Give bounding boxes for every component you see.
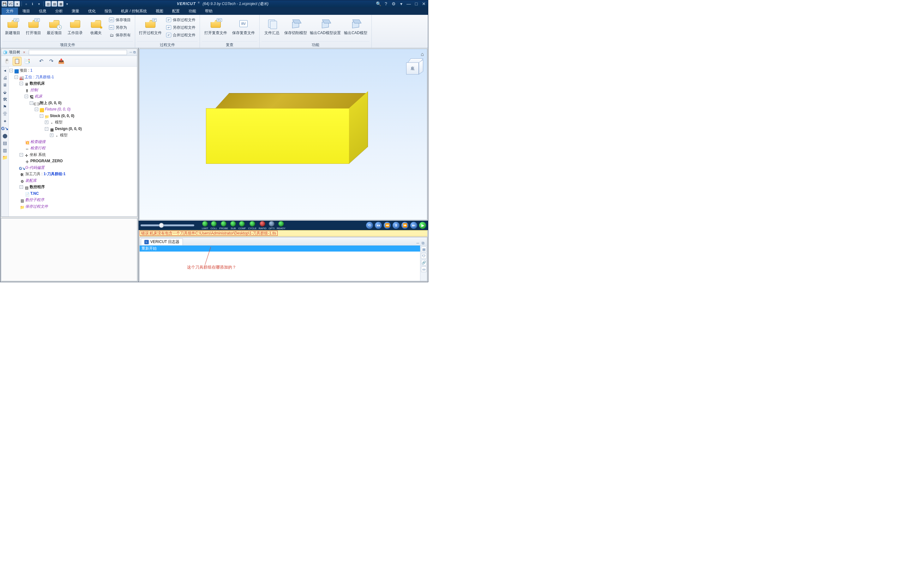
navcube-front[interactable]: 底 <box>406 63 419 75</box>
menu-function[interactable]: 功能 <box>184 8 201 15</box>
expander-icon[interactable]: + <box>50 133 54 137</box>
expander-icon[interactable]: − <box>40 114 43 118</box>
open-review-button[interactable]: 打开复查文件 <box>202 16 230 41</box>
vtb-globe-icon[interactable]: ⬤ <box>2 133 8 139</box>
favorites-button[interactable]: 收藏夹 <box>86 16 106 41</box>
log-page-icon[interactable]: ▭ <box>421 266 427 272</box>
minimize-button[interactable]: — <box>406 2 412 6</box>
menu-report[interactable]: 报告 <box>100 8 116 15</box>
log-link-icon[interactable]: 🔗 <box>421 260 427 266</box>
skip-start-button[interactable]: ⏮ <box>375 222 382 229</box>
step-fwd-button[interactable]: ⏩ <box>401 222 409 229</box>
qat-collar-icon[interactable]: ⟐ <box>23 1 29 7</box>
vtb-print-icon[interactable]: 🖨 <box>2 75 8 81</box>
vtb-nc-icon[interactable]: ▤ <box>2 140 8 146</box>
saveas-process-file-button[interactable]: IP另存过程文件 <box>164 24 198 31</box>
panel-minimize-icon[interactable]: ─ <box>130 50 132 54</box>
save-review-button[interactable]: RV保存复查文件 <box>230 16 257 41</box>
open-process-file-button[interactable]: 打开过程文件 <box>137 16 164 41</box>
save-process-file-button[interactable]: IP保存过程文件 <box>164 16 198 24</box>
tree-filter-input[interactable] <box>29 50 127 55</box>
vtb-tool-icon[interactable]: 🛠 <box>2 96 8 102</box>
expander-icon[interactable]: − <box>20 82 23 85</box>
add-button[interactable]: 📑 <box>23 57 32 66</box>
merge-process-file-button[interactable]: IP合并过程文件 <box>164 31 198 39</box>
step-back-button[interactable]: ⏪ <box>384 222 391 229</box>
led-cycle[interactable]: CYCLE <box>248 221 256 230</box>
search-icon[interactable]: 🔍 <box>375 2 381 6</box>
expander-icon[interactable]: − <box>20 185 23 189</box>
3d-view[interactable]: ⌂ 底 <box>139 49 427 220</box>
log-body[interactable]: 重新开始 这个刀具群组在哪添加的？ <box>139 246 427 281</box>
menu-project[interactable]: 项目 <box>18 8 34 15</box>
log-shield-icon[interactable]: 🛡 <box>421 253 427 259</box>
qat-info-icon[interactable]: ℹ <box>30 1 35 7</box>
log-tab[interactable]: L VERICUT 日志器 <box>141 238 183 245</box>
slider-knob[interactable] <box>159 223 164 228</box>
work-dir-button[interactable]: 工作目录 <box>65 16 86 41</box>
mouse-mode-button[interactable]: 🖱️ <box>3 57 11 66</box>
new-project-button[interactable]: 新建项目 <box>2 16 23 41</box>
menu-measure[interactable]: 测量 <box>67 8 84 15</box>
qat-save-icon[interactable]: 💾 <box>2 1 7 7</box>
vtb-flag-icon[interactable]: ⚑ <box>2 104 8 110</box>
expander-icon[interactable]: + <box>45 121 48 124</box>
play-button[interactable]: ▶ <box>419 222 426 229</box>
menu-config[interactable]: 配置 <box>168 8 184 15</box>
expander-icon[interactable]: − <box>45 127 48 131</box>
led-sub[interactable]: SUB <box>230 221 236 230</box>
menu-view[interactable]: 视图 <box>151 8 168 15</box>
file-summary-button[interactable]: 文件汇总 <box>262 16 282 41</box>
menu-optimize[interactable]: 优化 <box>84 8 100 15</box>
home-icon[interactable]: ⌂ <box>421 52 424 57</box>
vtb-chuck-icon[interactable]: ⬙ <box>2 89 8 95</box>
reset-button[interactable]: ⟲ <box>366 222 373 229</box>
undo-button[interactable]: ↶ <box>37 57 46 66</box>
qat-layout2-icon[interactable]: ▤ <box>52 1 57 7</box>
expander-icon[interactable]: − <box>15 75 18 79</box>
save-project-button[interactable]: VC保存项目 <box>106 16 133 24</box>
vtb-folder-icon[interactable]: 📁 <box>2 154 8 160</box>
vtb-g-icon[interactable]: G↘ <box>2 125 8 131</box>
export-button[interactable]: 📤 <box>57 57 66 66</box>
qat-vc-icon[interactable]: VC <box>8 1 14 7</box>
log-minimize-icon[interactable]: ─ <box>415 241 420 245</box>
save-as-button[interactable]: VC另存为 <box>106 24 133 31</box>
qat-dropdown3-icon[interactable]: ▾ <box>64 1 70 7</box>
cad-output-button[interactable]: 输出CAD模型 <box>342 16 369 41</box>
project-tree[interactable]: −🟦项目 : 1 −🏭工位 : 刀具群组-1 −🖥数控机床 🎚控制 −🏗机床 −… <box>9 67 137 217</box>
led-probe[interactable]: PROBE <box>219 221 228 230</box>
qat-dropdown-icon[interactable]: ▾ <box>14 1 20 7</box>
panel-popout-icon[interactable]: ⧉ <box>133 50 136 54</box>
qat-layout3-icon[interactable]: ▦ <box>58 1 63 7</box>
expander-icon[interactable]: − <box>24 95 28 98</box>
expander-icon[interactable]: − <box>9 69 13 72</box>
menu-analysis[interactable]: 分析 <box>51 8 67 15</box>
chevron-down-icon[interactable]: ▾ <box>398 2 404 6</box>
menu-help[interactable]: 帮助 <box>201 8 217 15</box>
pause-button[interactable]: ⏸ <box>393 222 400 229</box>
expander-icon[interactable]: − <box>20 153 23 157</box>
led-rapid[interactable]: RAPID <box>259 221 266 230</box>
redo-button[interactable]: ↷ <box>47 57 55 66</box>
menu-info[interactable]: 信息 <box>34 8 51 15</box>
nav-cube[interactable]: 底 <box>405 58 422 75</box>
led-ready[interactable]: READY <box>277 221 286 230</box>
vtb-caliper-icon[interactable]: 卝 <box>2 111 8 117</box>
save-cut-model-button[interactable]: 保存切削模型 <box>282 16 309 41</box>
menu-machine[interactable]: 机床 / 控制系统 <box>116 8 151 15</box>
vtb-left-icon[interactable]: ◂ <box>2 67 8 73</box>
expander-icon[interactable]: − <box>35 108 38 111</box>
speed-slider[interactable] <box>141 225 194 226</box>
save-all-button[interactable]: 🗂保存所有 <box>106 31 133 39</box>
led-limit[interactable]: LIMIT <box>202 221 208 230</box>
cad-settings-button[interactable]: 输出CAD模型设置 <box>309 16 342 41</box>
vtb-axes-icon[interactable]: ✦ <box>2 118 8 124</box>
led-opti[interactable]: OPTI <box>269 221 275 230</box>
help-icon[interactable]: ? <box>383 2 389 6</box>
expander-icon[interactable]: − <box>30 101 33 105</box>
led-comp[interactable]: COMP <box>238 221 246 230</box>
qat-dropdown2-icon[interactable]: ▾ <box>36 1 42 7</box>
skip-end-button[interactable]: ⏭ <box>410 222 417 229</box>
log-popout-icon[interactable]: ⧉ <box>420 241 426 245</box>
